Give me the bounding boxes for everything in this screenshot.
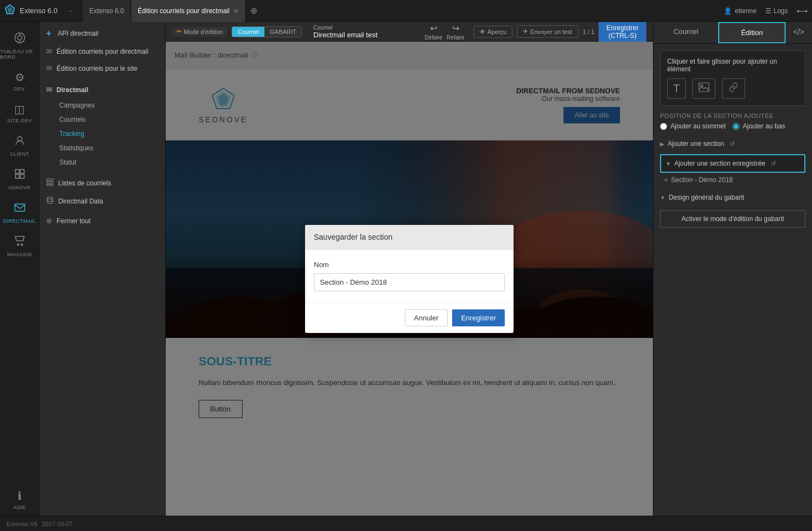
refaire-button[interactable]: ↪ Refaire: [447, 23, 464, 41]
saved-section-item[interactable]: Section - Démo 2018: [660, 173, 805, 187]
radio-sommet[interactable]: Ajouter au sommet: [660, 122, 726, 130]
nav-group-directmail[interactable]: ✉ Directmail: [40, 81, 165, 98]
modal-save-button[interactable]: Enregistrer: [452, 309, 505, 326]
modal-footer: Annuler Enregistrer: [305, 302, 514, 333]
user-info[interactable]: 👤 etienne: [724, 7, 757, 15]
section-dot: [664, 178, 668, 182]
directmail-label: DIRECTMAIL: [3, 218, 36, 224]
modal-body: Nom: [305, 250, 514, 302]
magasin-icon: [14, 235, 26, 250]
data-icon: [46, 196, 54, 206]
fermer-icon: ⊗: [46, 217, 52, 225]
sidebar-item-client[interactable]: CLIENT: [0, 129, 39, 162]
client-icon: [14, 134, 26, 149]
refaire-label: Refaire: [447, 35, 464, 41]
tab-extenso[interactable]: Extenso 6.0: [83, 0, 131, 22]
email-info: Courriel Directmail email test: [313, 25, 420, 39]
add-saved-section-panel: ▼ Ajouter une section enregistrée ↺ Sect…: [660, 154, 805, 187]
sidebar-item-sitedev[interactable]: ◫ SITE-DEV: [0, 97, 39, 129]
nav-sub-tracking[interactable]: Tracking: [40, 127, 165, 141]
toggle-courriel[interactable]: Courriel: [232, 27, 264, 37]
sidebar-item-magasin[interactable]: MAGASIN: [0, 229, 39, 263]
nav-item-fermer[interactable]: ⊗ Fermer tout: [40, 212, 165, 229]
top-bar-right: 👤 etienne ☰ Logs ⟷: [724, 7, 808, 15]
right-tab-edition[interactable]: Édition: [718, 22, 785, 43]
nav-item-api[interactable]: + API directmail: [40, 24, 165, 43]
right-tab-code[interactable]: </>: [786, 22, 812, 43]
right-tab-courriel[interactable]: Courriel: [653, 22, 718, 43]
svg-point-13: [21, 244, 22, 246]
nav-item-listes[interactable]: Listes de courriels: [40, 174, 165, 192]
client-label: CLIENT: [10, 151, 29, 157]
nav-sub-statistiques[interactable]: Statistiques: [40, 141, 165, 155]
defaire-icon: ↩: [430, 23, 437, 33]
app-title: Extenso 6.0: [20, 7, 58, 15]
logs-button[interactable]: ☰ Logs: [765, 7, 788, 15]
element-icons: T: [667, 78, 798, 99]
listes-label: Listes de courriels: [58, 179, 111, 187]
aide-label: AIDE: [13, 505, 26, 510]
nav-arrow: →: [66, 7, 74, 15]
directmail-icon: [14, 201, 26, 216]
apercu-button[interactable]: 👁 Aperçu: [473, 26, 513, 38]
send-icon: ✈: [523, 28, 528, 35]
defaire-button[interactable]: ↩ Défaire: [425, 23, 442, 41]
drag-drop-hint: Cliquer et faire glisser pour ajouter un…: [660, 50, 805, 106]
user-icon: 👤: [724, 7, 732, 15]
design-header[interactable]: ▼ Design général du gabarit: [660, 189, 805, 206]
listes-icon: [46, 178, 54, 188]
nav-item-edition-courriels[interactable]: ✉ Édition courriels pour directmail: [40, 43, 165, 60]
nav-sub-statut[interactable]: Statut: [40, 155, 165, 170]
svg-point-6: [18, 137, 22, 141]
envoyer-test-button[interactable]: ✈ Envoyer un test: [517, 25, 578, 38]
save-section-modal: Sauvegarder la section Nom Annuler Enreg…: [305, 225, 514, 333]
section-name-input[interactable]: [314, 273, 505, 291]
content-area: ✏ Mode d'édition Courriel GABARIT Courri…: [166, 22, 653, 516]
add-saved-section-header[interactable]: ▼ Ajouter une section enregistrée ↺: [660, 154, 805, 173]
image-icon: [692, 78, 715, 99]
mode-label: Mode d'édition: [184, 29, 223, 35]
nav-sidebar: + API directmail ✉ Édition courriels pou…: [40, 22, 166, 516]
nav-item-edition-site[interactable]: ✉ Édition courriels pour le site: [40, 60, 165, 77]
sidebar-item-aide[interactable]: ℹ AIDE: [0, 484, 39, 516]
gabarit-button[interactable]: Activer le mode d'édition du gabarit: [660, 210, 805, 228]
logs-label: Logs: [774, 7, 788, 15]
nav-directmail-label: Directmail: [57, 86, 88, 94]
directmail-nav-icon: ✉: [46, 86, 52, 94]
nav-sub-campagnes[interactable]: Campagnes: [40, 98, 165, 112]
tableau-icon: [14, 32, 26, 47]
content-header: ✏ Mode d'édition Courriel GABARIT Courri…: [166, 22, 653, 42]
mode-badge: ✏ Mode d'édition: [172, 27, 227, 36]
nav-section-directmail: ✉ Directmail Campagnes Courriels Trackin…: [40, 79, 165, 172]
user-name: etienne: [735, 7, 757, 15]
position-radio-group: Ajouter au sommet Ajouter au bas: [660, 122, 805, 130]
app-logo: [4, 4, 15, 18]
sidebar-item-dev[interactable]: ⚙ DEV: [0, 65, 39, 97]
nav-item-data[interactable]: Directmail Data: [40, 192, 165, 210]
link-element[interactable]: [722, 78, 745, 99]
data-label: Directmail Data: [58, 197, 103, 205]
text-element[interactable]: T: [667, 78, 686, 99]
tab-edition-courriels[interactable]: Édition courriels pour directmail ×: [131, 0, 246, 22]
image-element[interactable]: [692, 78, 715, 99]
save-button[interactable]: Enregistrer(CTRL-S): [599, 22, 646, 43]
svg-rect-10: [20, 174, 24, 178]
svg-rect-16: [47, 184, 53, 185]
right-panel-content: Cliquer et faire glisser pour ajouter un…: [653, 44, 812, 516]
tab-add-icon[interactable]: ⊕: [246, 5, 262, 16]
sidebar-item-directmail[interactable]: DIRECTMAIL: [0, 196, 39, 229]
sidebar-item-adnove[interactable]: ADNOVE: [0, 162, 39, 196]
email-preview: Mail Builder : directmail ⓘ SEDNOVE DIRE…: [166, 42, 653, 516]
cancel-button[interactable]: Annuler: [405, 309, 448, 326]
dev-icon: ⚙: [15, 71, 25, 84]
add-section-header[interactable]: ▶ Ajouter une section ↺: [660, 135, 805, 152]
code-toggle[interactable]: ⟷: [797, 7, 808, 15]
add-section-panel: ▶ Ajouter une section ↺: [660, 135, 805, 152]
bottom-bar: Extenso V6 2017-10-07: [0, 516, 812, 531]
toggle-gabarit[interactable]: GABARIT: [264, 27, 302, 37]
tab-close-icon[interactable]: ×: [234, 7, 238, 15]
nav-sub-courriels[interactable]: Courriels: [40, 112, 165, 127]
sidebar-item-tableau[interactable]: TABLEAU DE BORD: [0, 26, 39, 65]
radio-bas[interactable]: Ajouter au bas: [732, 122, 785, 130]
position-label: POSITION DE LA SECTION AJOUTÉE: [660, 112, 805, 119]
